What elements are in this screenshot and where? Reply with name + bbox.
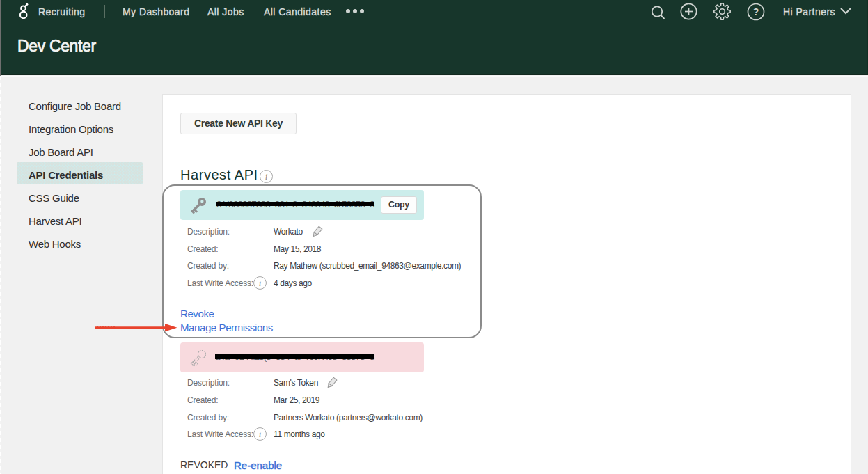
svg-text:?: ? xyxy=(753,6,759,17)
